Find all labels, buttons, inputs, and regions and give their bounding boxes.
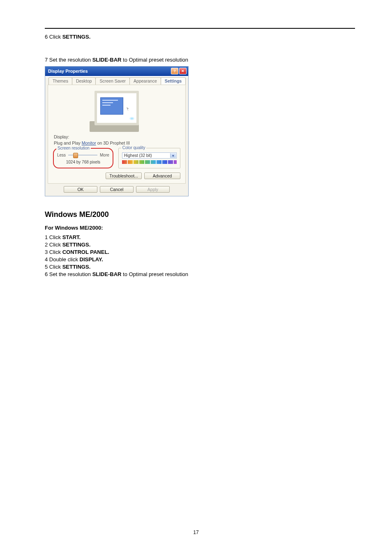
step-6-bold: SETTINGS. — [62, 34, 91, 40]
advanced-button[interactable]: Advanced — [144, 173, 180, 179]
steps-list: 1 Click START. 2 Click SETTINGS. 3 Click… — [45, 234, 355, 277]
color-quality-value: Highest (32 bit) — [124, 153, 152, 158]
display-properties-dialog: Display Properties ? ✕ Themes Desktop Sc… — [45, 66, 189, 196]
step-6-pre: Click — [48, 34, 62, 40]
section-subheading: For Windows ME/2000: — [45, 225, 355, 231]
page: 6 Click SETTINGS. 7 Set the resolution S… — [0, 0, 392, 555]
monitor-screen — [95, 91, 139, 125]
step-6: 6 Click SETTINGS. — [45, 33, 355, 41]
me-step-4: 4 Double click DISPLAY. — [45, 256, 355, 263]
tab-screen-saver[interactable]: Screen Saver — [95, 77, 130, 85]
slider-more: More — [100, 153, 109, 157]
tab-appearance[interactable]: Appearance — [129, 77, 161, 85]
color-quality-select[interactable]: Highest (32 bit) ▾ — [122, 152, 177, 159]
color-quality-group: Color quality Highest (32 bit) ▾ — [118, 148, 180, 168]
display-value-pre: Plug and Play — [54, 140, 82, 145]
color-quality-legend: Color quality — [121, 145, 147, 150]
troubleshoot-button[interactable]: Troubleshoot... — [106, 173, 142, 179]
step-7-bold: SLIDE-BAR — [92, 57, 122, 63]
resolution-value: 1024 by 768 pixels — [57, 160, 109, 164]
cancel-button[interactable]: Cancel — [100, 186, 134, 193]
color-preview-bar — [122, 160, 177, 164]
settings-tabpanel: Display: Plug and Play Monitor on 3D Pro… — [48, 85, 186, 184]
dialog-button-row: OK Cancel Apply — [48, 186, 186, 193]
inner-button-row: Troubleshoot... Advanced — [53, 173, 180, 179]
help-button[interactable]: ? — [171, 68, 178, 74]
tab-settings[interactable]: Settings — [161, 77, 186, 85]
display-value: Plug and Play Monitor on 3D Prophet III — [54, 140, 180, 145]
dialog-titlebar: Display Properties ? ✕ — [45, 67, 188, 76]
preview-cursor-icon — [127, 107, 129, 111]
monitor-preview-area — [53, 91, 180, 132]
me-step-3: 3 Click CONTROL PANEL. — [45, 249, 355, 255]
step-7-post: to Optimal preset resolution — [121, 57, 188, 63]
dialog-title: Display Properties — [48, 69, 88, 74]
screen-resolution-group: Screen resolution Less More 1024 by 768 … — [53, 148, 113, 168]
me-step-2: 2 Click SETTINGS. — [45, 242, 355, 248]
spacer — [45, 44, 355, 53]
me-step-5: 5 Click SETTINGS. — [45, 264, 355, 270]
section-heading: Windows ME/2000 — [45, 210, 355, 219]
settings-row: Screen resolution Less More 1024 by 768 … — [53, 148, 180, 168]
resolution-slider[interactable]: Less More — [57, 153, 109, 157]
ok-button[interactable]: OK — [64, 186, 97, 193]
slider-thumb[interactable] — [73, 153, 78, 158]
screen-resolution-legend: Screen resolution — [56, 146, 91, 150]
tab-strip: Themes Desktop Screen Saver Appearance S… — [48, 77, 186, 85]
page-number: 17 — [0, 530, 392, 535]
tab-desktop[interactable]: Desktop — [72, 77, 96, 85]
slider-track[interactable] — [68, 155, 97, 156]
close-button[interactable]: ✕ — [179, 68, 187, 74]
chevron-down-icon: ▾ — [170, 153, 176, 158]
slider-less: Less — [57, 153, 66, 157]
monitor-preview — [88, 91, 145, 132]
display-value-post: on 3D Prophet III — [96, 140, 130, 145]
step-7: 7 Set the resolution SLIDE-BAR to Optima… — [45, 56, 355, 64]
titlebar-buttons: ? ✕ — [171, 68, 187, 74]
apply-button[interactable]: Apply — [136, 186, 170, 193]
horizontal-rule — [45, 28, 355, 29]
step-7-pre: Set the resolution — [48, 57, 92, 63]
dialog-body: Themes Desktop Screen Saver Appearance S… — [45, 77, 188, 196]
tab-themes[interactable]: Themes — [48, 77, 72, 85]
display-label: Display: — [54, 134, 180, 139]
me-step-6: 6 Set the resolution SLIDE-BAR to Optima… — [45, 271, 355, 277]
preview-window — [100, 97, 123, 115]
preview-flare — [129, 117, 135, 120]
me-step-1: 1 Click START. — [45, 234, 355, 240]
display-value-link[interactable]: Monitor — [82, 140, 96, 145]
